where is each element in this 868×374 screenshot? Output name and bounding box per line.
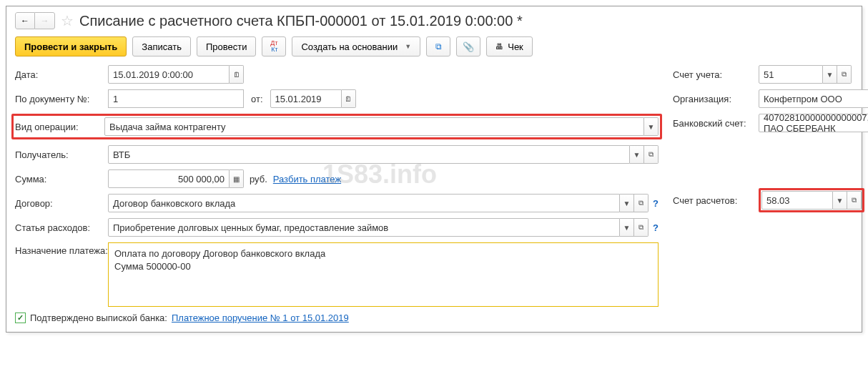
post-button[interactable]: Провести <box>197 36 257 56</box>
calendar-icon[interactable]: 🗓 <box>230 65 244 84</box>
payment-order-link[interactable]: Платежное поручение № 1 от 15.01.2019 <box>172 313 349 323</box>
expense-item-label: Статья расходов: <box>15 222 108 233</box>
calculator-icon[interactable]: ▦ <box>230 169 244 188</box>
printer-icon: 🖶 <box>495 42 503 51</box>
dtkt-icon: ДтКт <box>270 40 277 53</box>
currency-label: руб. <box>250 174 267 184</box>
account-label: Счет учета: <box>673 69 759 80</box>
favorite-star-icon[interactable]: ☆ <box>61 12 74 29</box>
open-icon[interactable]: ⧉ <box>847 191 862 210</box>
chevron-down-icon[interactable]: ▼ <box>823 65 837 84</box>
dtkt-button[interactable]: ДтКт <box>262 36 286 56</box>
page-title: Списание с расчетного счета КПБП-000001 … <box>79 13 523 29</box>
chevron-down-icon[interactable]: ▼ <box>620 194 634 212</box>
structure-icon: ⧉ <box>435 41 442 51</box>
op-type-select[interactable]: Выдача займа контрагенту <box>104 117 644 136</box>
account-input[interactable]: 51 <box>759 65 823 84</box>
recipient-input[interactable]: ВТБ <box>108 145 630 164</box>
open-icon[interactable]: ⧉ <box>837 65 852 84</box>
open-icon[interactable]: ⧉ <box>644 145 659 164</box>
doc-num-label: По документу №: <box>15 94 108 104</box>
confirmed-checkbox[interactable]: ✓ <box>15 313 26 323</box>
create-based-label: Создать на основании <box>301 41 398 52</box>
purpose-line1: Оплата по договору Договор банковского в… <box>114 247 652 260</box>
purpose-line2: Сумма 500000-00 <box>114 260 652 273</box>
nav-back-button[interactable]: ← <box>15 12 35 29</box>
org-label: Организация: <box>673 94 759 104</box>
amount-label: Сумма: <box>15 174 108 184</box>
date-input[interactable]: 15.01.2019 0:00:00 <box>108 65 230 84</box>
attach-button[interactable]: 📎 <box>456 36 480 56</box>
help-icon[interactable]: ? <box>653 222 659 233</box>
settle-account-label: Счет расчетов: <box>673 195 759 206</box>
amount-input[interactable]: 500 000,00 <box>108 169 230 188</box>
doc-num-input[interactable]: 1 <box>108 89 244 108</box>
chevron-down-icon[interactable]: ▼ <box>644 117 659 136</box>
op-type-label: Вид операции: <box>15 122 104 132</box>
create-based-on-button[interactable]: Создать на основании ▼ <box>292 36 420 56</box>
paperclip-icon: 📎 <box>463 41 474 52</box>
recipient-label: Получатель: <box>15 149 108 160</box>
split-payment-link[interactable]: Разбить платеж <box>273 174 341 184</box>
chevron-down-icon: ▼ <box>405 43 411 50</box>
calendar-icon[interactable]: 🗓 <box>342 89 356 108</box>
cheque-label: Чек <box>508 41 523 52</box>
chevron-down-icon[interactable]: ▼ <box>833 191 847 210</box>
org-input[interactable]: Конфетпром ООО <box>759 89 868 108</box>
doc-from-label: от: <box>251 94 263 104</box>
purpose-label: Назначение платежа: <box>15 242 108 256</box>
help-icon[interactable]: ? <box>653 198 659 209</box>
confirmed-label: Подтверждено выпиской банка: <box>30 313 167 323</box>
structure-button[interactable]: ⧉ <box>426 36 450 56</box>
chevron-down-icon[interactable]: ▼ <box>630 145 644 164</box>
chevron-down-icon[interactable]: ▼ <box>620 218 634 237</box>
cheque-button[interactable]: 🖶 Чек <box>486 36 533 56</box>
doc-date-input[interactable]: 15.01.2019 <box>270 89 342 108</box>
open-icon[interactable]: ⧉ <box>634 218 648 237</box>
bank-account-input[interactable]: 40702810000000000007, ПАО СБЕРБАНК <box>759 114 868 132</box>
date-label: Дата: <box>15 69 108 80</box>
post-and-close-button[interactable]: Провести и закрыть <box>15 36 127 56</box>
save-button[interactable]: Записать <box>132 36 191 56</box>
bank-account-label: Банковский счет: <box>673 118 759 129</box>
contract-label: Договор: <box>15 198 108 209</box>
contract-input[interactable]: Договор банковского вклада <box>108 194 620 212</box>
settle-account-input[interactable]: 58.03 <box>761 191 833 210</box>
nav-forward-button[interactable]: → <box>35 12 55 29</box>
purpose-textarea[interactable]: Оплата по договору Договор банковского в… <box>108 242 659 307</box>
expense-item-input[interactable]: Приобретение долговых ценных бумаг, пред… <box>108 218 620 237</box>
open-icon[interactable]: ⧉ <box>634 194 648 212</box>
